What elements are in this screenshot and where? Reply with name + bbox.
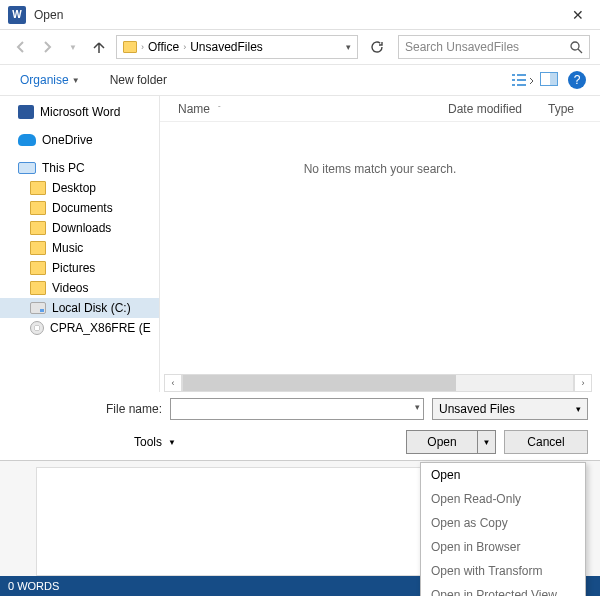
cancel-button[interactable]: Cancel	[504, 430, 588, 454]
disk-icon	[30, 302, 46, 314]
pc-icon	[18, 162, 36, 174]
recent-dropdown[interactable]: ▼	[62, 36, 84, 58]
open-split-button[interactable]: Open ▼	[406, 430, 496, 454]
open-menu-item[interactable]: Open in Protected View	[421, 583, 585, 596]
column-type[interactable]: Type	[548, 102, 600, 116]
scroll-track[interactable]	[182, 374, 574, 392]
tools-label: Tools	[134, 435, 162, 449]
nav-bar: ▼ › Office › UnsavedFiles ▾ Search Unsav…	[0, 30, 600, 64]
chevron-down-icon: ▼	[168, 438, 176, 447]
folder-icon	[30, 201, 46, 215]
crumb-unsaved[interactable]: UnsavedFiles	[190, 40, 263, 54]
search-icon	[570, 41, 583, 54]
address-bar[interactable]: › Office › UnsavedFiles ▾	[116, 35, 358, 59]
tree-item-label: OneDrive	[42, 133, 93, 147]
chevron-down-icon: ▾	[576, 404, 581, 414]
tree-item-label: Music	[52, 241, 83, 255]
help-button[interactable]: ?	[568, 71, 586, 89]
tree-item[interactable]: Local Disk (C:)	[0, 298, 159, 318]
search-input[interactable]: Search UnsavedFiles	[398, 35, 590, 59]
list-header: Name ˆ Date modified Type	[160, 96, 600, 122]
content-area: Microsoft WordOneDriveThis PCDesktopDocu…	[0, 96, 600, 392]
folder-icon	[30, 221, 46, 235]
preview-pane-button[interactable]	[540, 72, 558, 88]
nav-tree: Microsoft WordOneDriveThis PCDesktopDocu…	[0, 96, 160, 392]
dvd-icon	[30, 321, 44, 335]
word-icon	[18, 105, 34, 119]
svg-rect-7	[517, 84, 526, 86]
open-menu-item[interactable]: Open in Browser	[421, 535, 585, 559]
window-title: Open	[34, 8, 63, 22]
open-menu-item[interactable]: Open	[421, 463, 585, 487]
filter-dropdown[interactable]: Unsaved Files ▾	[432, 398, 588, 420]
open-label: Open	[427, 435, 456, 449]
new-folder-button[interactable]: New folder	[104, 69, 173, 91]
column-date[interactable]: Date modified	[448, 102, 548, 116]
scroll-right-button[interactable]: ›	[574, 374, 592, 392]
search-placeholder: Search UnsavedFiles	[405, 40, 519, 54]
chevron-down-icon[interactable]: ▾	[346, 42, 351, 52]
file-list: Name ˆ Date modified Type No items match…	[160, 96, 600, 392]
svg-rect-3	[517, 74, 526, 76]
tree-item[interactable]: Videos	[0, 278, 159, 298]
svg-rect-9	[550, 73, 558, 86]
folder-icon	[30, 261, 46, 275]
open-menu-item[interactable]: Open with Transform	[421, 559, 585, 583]
column-name[interactable]: Name	[178, 102, 210, 116]
tree-item-label: Documents	[52, 201, 113, 215]
organise-label: Organise	[20, 73, 69, 87]
scroll-thumb[interactable]	[183, 375, 456, 391]
onedrive-icon	[18, 134, 36, 146]
sort-caret-icon: ˆ	[218, 104, 221, 113]
open-menu-item[interactable]: Open as Copy	[421, 511, 585, 535]
crumb-office[interactable]: Office	[148, 40, 179, 54]
tree-item[interactable]: Desktop	[0, 178, 159, 198]
arrow-right-icon	[40, 40, 54, 54]
tree-item-label: Videos	[52, 281, 88, 295]
organise-button[interactable]: Organise ▼	[14, 69, 86, 91]
tree-item-label: CPRA_X86FRE (E	[50, 321, 151, 335]
open-menu-item[interactable]: Open Read-Only	[421, 487, 585, 511]
arrow-left-icon	[14, 40, 28, 54]
empty-message: No items match your search.	[160, 122, 600, 176]
back-button[interactable]	[10, 36, 32, 58]
chevron-right-icon: ›	[183, 42, 186, 52]
svg-line-1	[578, 49, 582, 53]
tree-item[interactable]: Downloads	[0, 218, 159, 238]
toolbar: Organise ▼ New folder ?	[0, 64, 600, 96]
svg-rect-5	[517, 79, 526, 81]
filename-input[interactable]	[170, 398, 424, 420]
tree-item[interactable]: Music	[0, 238, 159, 258]
tools-menu[interactable]: Tools ▼	[12, 435, 176, 449]
chevron-down-icon[interactable]: ▾	[415, 402, 420, 412]
filename-label: File name:	[12, 402, 162, 416]
tree-item-label: Microsoft Word	[40, 105, 120, 119]
folder-icon	[123, 41, 137, 53]
open-button[interactable]: Open	[406, 430, 478, 454]
word-count[interactable]: 0 WORDS	[8, 580, 59, 592]
new-folder-label: New folder	[110, 73, 167, 87]
refresh-button[interactable]	[366, 36, 388, 58]
refresh-icon	[370, 40, 384, 54]
horizontal-scrollbar[interactable]: ‹ ›	[164, 374, 592, 392]
view-options-button[interactable]	[512, 72, 530, 88]
tree-item[interactable]: Documents	[0, 198, 159, 218]
close-button[interactable]: ✕	[564, 3, 592, 27]
tree-item[interactable]: Pictures	[0, 258, 159, 278]
up-button[interactable]	[88, 36, 110, 58]
svg-rect-2	[512, 74, 515, 76]
cancel-label: Cancel	[527, 435, 564, 449]
tree-item[interactable]: CPRA_X86FRE (E	[0, 318, 159, 338]
open-dropdown-toggle[interactable]: ▼	[478, 430, 496, 454]
tree-item-label: Desktop	[52, 181, 96, 195]
open-options-menu: OpenOpen Read-OnlyOpen as CopyOpen in Br…	[420, 462, 586, 596]
scroll-left-button[interactable]: ‹	[164, 374, 182, 392]
tree-item[interactable]: This PC	[0, 158, 159, 178]
tree-item-label: This PC	[42, 161, 85, 175]
svg-rect-4	[512, 79, 515, 81]
tree-item[interactable]: Microsoft Word	[0, 102, 159, 122]
title-bar: W Open ✕	[0, 0, 600, 30]
tree-item[interactable]: OneDrive	[0, 130, 159, 150]
forward-button[interactable]	[36, 36, 58, 58]
tree-item-label: Local Disk (C:)	[52, 301, 131, 315]
